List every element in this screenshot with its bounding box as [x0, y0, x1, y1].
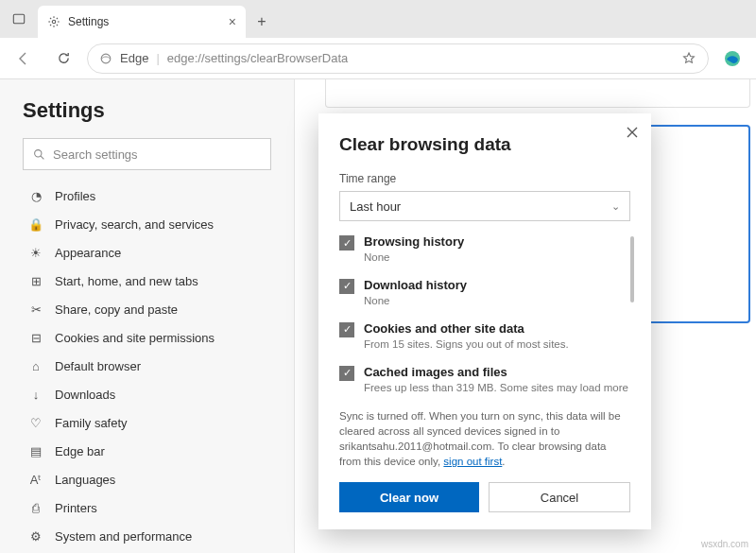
- sidebar-item-family-safety[interactable]: ♡Family safety: [23, 408, 271, 437]
- time-range-value: Last hour: [350, 199, 401, 214]
- nav-icon: ◔: [28, 189, 43, 203]
- checkbox-row: ✓Download historyNone: [339, 278, 630, 308]
- svg-point-1: [52, 20, 56, 24]
- nav-label: Privacy, search, and services: [55, 217, 214, 232]
- sidebar-item-share-copy-and-paste[interactable]: ✂Share, copy and paste: [23, 295, 271, 323]
- titlebar: Settings × +: [0, 0, 756, 38]
- checkbox-row: ✓Cookies and other site dataFrom 15 site…: [339, 321, 630, 352]
- svg-point-4: [35, 149, 42, 156]
- nav-icon: ⎙: [28, 501, 43, 515]
- checkbox-row: ✓Cached images and filesFrees up less th…: [339, 365, 630, 395]
- nav-label: Start, home, and new tabs: [55, 274, 198, 288]
- nav-label: Share, copy and paste: [55, 302, 178, 317]
- sidebar-item-privacy-search-and-services[interactable]: 🔒Privacy, search, and services: [23, 210, 271, 238]
- cancel-button[interactable]: Cancel: [489, 482, 630, 512]
- nav-label: System and performance: [55, 529, 192, 544]
- nav-label: Family safety: [55, 416, 128, 430]
- checkbox[interactable]: ✓: [339, 279, 354, 294]
- active-tab[interactable]: Settings ×: [38, 6, 246, 38]
- refresh-icon: [57, 51, 71, 65]
- nav-icon: ↓: [28, 388, 43, 402]
- sidebar-item-default-browser[interactable]: ⌂Default browser: [23, 352, 271, 380]
- nav-icon: ☀: [28, 246, 43, 260]
- address-prefix: Edge: [120, 51, 148, 65]
- edge-profile-icon: [723, 49, 742, 68]
- svg-rect-0: [13, 14, 24, 24]
- time-range-select[interactable]: Last hour ⌄: [339, 191, 630, 221]
- nav-icon: ⌂: [28, 359, 43, 373]
- toolbar: Edge | edge://settings/clearBrowserData: [0, 38, 756, 79]
- time-range-label: Time range: [339, 172, 630, 185]
- arrow-left-icon: [16, 51, 31, 66]
- sidebar-item-edge-bar[interactable]: ▤Edge bar: [23, 437, 271, 465]
- new-tab-button[interactable]: +: [246, 6, 278, 38]
- favorites-button[interactable]: [681, 51, 696, 66]
- search-icon: [33, 148, 45, 161]
- sidebar-item-profiles[interactable]: ◔Profiles: [23, 181, 271, 210]
- close-tab-button[interactable]: ×: [229, 14, 236, 29]
- sidebar-item-start-home-and-new-tabs[interactable]: ⊞Start, home, and new tabs: [23, 267, 271, 295]
- sign-out-link[interactable]: sign out first: [443, 456, 502, 467]
- gear-icon: [47, 15, 60, 28]
- nav-label: Printers: [55, 501, 97, 515]
- search-settings-input[interactable]: Search settings: [23, 138, 271, 170]
- checkbox-title: Cached images and files: [364, 365, 628, 379]
- checkbox-subtitle: None: [364, 294, 467, 308]
- sidebar-item-printers[interactable]: ⎙Printers: [23, 493, 271, 522]
- tab-actions-button[interactable]: [0, 0, 38, 38]
- tab-title: Settings: [68, 15, 109, 28]
- back-button[interactable]: [8, 43, 40, 75]
- dialog-close-button[interactable]: [627, 127, 638, 138]
- checkbox[interactable]: ✓: [339, 322, 354, 337]
- nav-icon: 🔒: [28, 217, 43, 232]
- nav-label: Cookies and site permissions: [55, 331, 215, 345]
- checkbox-title: Browsing history: [364, 234, 464, 249]
- checkbox-subtitle: Frees up less than 319 MB. Some sites ma…: [364, 381, 628, 395]
- checkbox[interactable]: ✓: [339, 366, 354, 381]
- svg-point-2: [101, 54, 111, 63]
- checkbox-title: Cookies and other site data: [364, 321, 569, 336]
- watermark: wsxdn.com: [701, 539, 748, 549]
- star-add-icon: [681, 51, 696, 66]
- checkbox-subtitle: None: [364, 251, 464, 265]
- nav-label: Languages: [55, 473, 115, 487]
- nav-label: Default browser: [55, 359, 141, 373]
- nav-icon: ⊟: [28, 331, 43, 345]
- nav-icon: ▤: [28, 444, 43, 458]
- nav-icon: ✂: [28, 302, 43, 317]
- nav-icon: ⚙: [28, 529, 43, 544]
- nav-label: Downloads: [55, 388, 115, 402]
- close-icon: [627, 127, 638, 138]
- nav-label: Edge bar: [55, 444, 105, 458]
- page-title: Settings: [23, 98, 271, 123]
- nav-icon: ♡: [28, 416, 43, 430]
- settings-sidebar: Settings Search settings ◔Profiles🔒Priva…: [0, 79, 295, 553]
- sidebar-item-appearance[interactable]: ☀Appearance: [23, 238, 271, 267]
- dialog-scrollbar[interactable]: [630, 236, 634, 302]
- sidebar-item-downloads[interactable]: ↓Downloads: [23, 380, 271, 408]
- refresh-button[interactable]: [47, 43, 79, 75]
- checkbox[interactable]: ✓: [339, 235, 354, 251]
- search-placeholder: Search settings: [53, 147, 138, 162]
- checkbox-subtitle: From 15 sites. Signs you out of most sit…: [364, 337, 569, 352]
- address-url: edge://settings/clearBrowserData: [167, 51, 348, 65]
- edge-logo-icon: [99, 52, 112, 65]
- clear-browsing-data-dialog: Clear browsing data Time range Last hour…: [318, 113, 651, 529]
- sidebar-item-cookies-and-site-permissions[interactable]: ⊟Cookies and site permissions: [23, 323, 271, 352]
- chevron-down-icon: ⌄: [611, 200, 620, 213]
- background-card: [325, 79, 750, 108]
- sidebar-item-languages[interactable]: AᵗLanguages: [23, 465, 271, 493]
- nav-label: Profiles: [55, 189, 95, 203]
- nav-label: Appearance: [55, 246, 121, 260]
- checkbox-title: Download history: [364, 278, 467, 292]
- profile-button[interactable]: [716, 43, 748, 75]
- clear-now-button[interactable]: Clear now: [339, 482, 479, 512]
- checkbox-row: ✓Browsing historyNone: [339, 234, 630, 265]
- sidebar-item-system-and-performance[interactable]: ⚙System and performance: [23, 522, 271, 550]
- nav-icon: Aᵗ: [28, 473, 43, 487]
- address-bar[interactable]: Edge | edge://settings/clearBrowserData: [87, 43, 709, 74]
- nav-icon: ⊞: [28, 274, 43, 288]
- window-icon: [12, 12, 26, 26]
- sync-note: Sync is turned off. When you turn on syn…: [339, 408, 630, 469]
- dialog-title: Clear browsing data: [339, 134, 630, 155]
